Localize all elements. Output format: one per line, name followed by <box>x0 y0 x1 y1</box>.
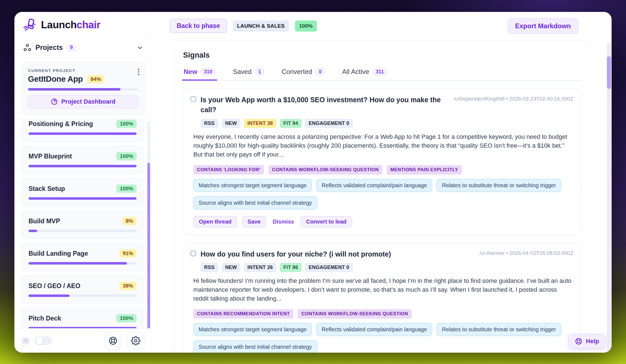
signals-tabs: New 310 Saved 1 Converted 0 All Active 3… <box>183 68 581 81</box>
match-tag: Matches strongest target segment languag… <box>193 323 312 336</box>
fit-badge: FIT 86 <box>280 263 302 272</box>
projects-count-badge: 9 <box>67 44 76 51</box>
phase-progressbar <box>29 165 137 167</box>
lifebuoy-icon <box>108 336 118 345</box>
sidebar-item-seo-geo-aeo[interactable]: SEO / GEO / AEO38% <box>21 275 144 304</box>
analysis-tag: CONTAINS WORKFLOW-SEEKING QUESTION <box>268 165 382 175</box>
sidebar-item-build-landing-page[interactable]: Build Landing Page91% <box>21 243 144 271</box>
main-scrollbar[interactable] <box>607 43 611 350</box>
source-badge: RSS <box>201 119 218 128</box>
analysis-tag: MENTIONS PAIN EXPLICITLY <box>387 165 462 175</box>
phase-progressbar <box>29 327 137 328</box>
signal-actions: Open thread Save Dismiss Convert to lead <box>193 216 573 227</box>
export-markdown-button[interactable]: Export Markdown <box>508 18 578 34</box>
launchchair-logo-icon <box>23 18 37 32</box>
sidebar-item-pitch-deck[interactable]: Pitch Deck100% <box>21 308 144 328</box>
tab-new[interactable]: New 310 <box>183 68 216 80</box>
phase-percent-badge: 100% <box>116 120 137 128</box>
sidebar-item-positioning-pricing[interactable]: Positioning & Pricing100% <box>21 119 144 142</box>
source-badge: RSS <box>201 263 218 272</box>
save-button[interactable]: Save <box>242 216 266 227</box>
project-menu-icon[interactable] <box>138 69 139 75</box>
engagement-badge: ENGAGEMENT 0 <box>305 119 353 128</box>
help-icon-button[interactable] <box>104 332 122 350</box>
help-button[interactable]: Help <box>568 334 606 349</box>
current-project-name: GetItDone App <box>28 75 83 84</box>
analysis-tag: CONTAINS WORKFLOW-SEEKING QUESTION <box>298 309 412 319</box>
intent-badge: INTENT 38 <box>244 119 276 128</box>
phase-name-badge: LAUNCH & SALES <box>233 20 289 32</box>
current-project-progressbar <box>28 88 138 91</box>
brand-header: Launchchair <box>14 12 152 38</box>
match-tag: Relates to substitute threat or switchin… <box>437 179 561 192</box>
main-topbar: Back to phase LAUNCH & SALES 100% Export… <box>152 12 612 34</box>
signal-blue-tags: Matches strongest target segment languag… <box>193 323 562 353</box>
signal-body: Hi fellow founders! I’m running into the… <box>193 276 573 303</box>
status-badge: NEW <box>222 263 241 272</box>
tab-all-active[interactable]: All Active 311 <box>342 68 388 80</box>
app-window: Launchchair Projects 9 CURRENT PROJECT G… <box>14 12 612 353</box>
sidebar-scrollbar-thumb[interactable] <box>147 163 150 328</box>
tab-converted[interactable]: Converted 0 <box>281 68 325 80</box>
match-tag: Matches strongest target segment languag… <box>193 179 312 192</box>
sidebar-item-build-mvp[interactable]: Build MVP8% <box>21 211 144 239</box>
current-project-label: CURRENT PROJECT <box>28 68 138 73</box>
phase-percent-badge: 100% <box>116 184 137 193</box>
main-scrollbar-thumb[interactable] <box>607 56 611 89</box>
signal-body: Hey everyone, I recently came across a p… <box>193 132 573 159</box>
pie-chart-icon <box>51 98 58 105</box>
signal-meta: /u/-theriver • 2026-04-02T05:08:53.000Z <box>479 249 573 256</box>
gear-icon <box>131 336 140 345</box>
match-tag: Reflects validated complaint/pain langua… <box>316 323 432 336</box>
tab-count-badge: 311 <box>373 68 387 76</box>
status-badge: NEW <box>222 119 241 128</box>
analysis-tag: CONTAINS 'LOOKING FOR' <box>193 165 264 175</box>
signal-title[interactable]: Is your Web App worth a $10,000 SEO inve… <box>201 95 449 115</box>
signal-checkbox[interactable] <box>191 96 196 102</box>
projects-nav-row[interactable]: Projects 9 <box>14 38 152 57</box>
phase-percent-badge: 38% <box>119 282 137 290</box>
tab-saved[interactable]: Saved 1 <box>232 68 265 80</box>
tab-count-badge: 1 <box>255 68 264 76</box>
phase-progressbar <box>29 132 137 135</box>
signal-meta: /u/DependentKing698 • 2026-03-23T02:40:1… <box>454 95 573 102</box>
open-thread-button[interactable]: Open thread <box>193 216 237 227</box>
sidebar-item-stack-setup[interactable]: Stack Setup100% <box>21 178 144 207</box>
signal-badges: RSS NEW INTENT 26 FIT 86 ENGAGEMENT 0 <box>201 263 573 272</box>
engagement-badge: ENGAGEMENT 0 <box>305 263 353 272</box>
phase-progressbar <box>29 197 137 200</box>
phase-progressbar <box>29 230 137 232</box>
back-to-phase-button[interactable]: Back to phase <box>170 19 227 33</box>
signal-purple-tags: CONTAINS RECOMMENDATION INTENT CONTAINS … <box>193 309 573 319</box>
settings-button[interactable] <box>127 332 145 350</box>
signals-panel: Signals New 310 Saved 1 Converted 0 All … <box>174 40 590 353</box>
phase-percent-badge: 100% <box>295 20 317 32</box>
phase-progressbar <box>29 294 137 297</box>
main-area: Back to phase LAUNCH & SALES 100% Export… <box>152 12 612 353</box>
match-tag: Relates to substitute threat or switchin… <box>437 323 561 336</box>
match-tag: Reflects validated complaint/pain langua… <box>316 179 432 192</box>
theme-toggle[interactable] <box>35 336 52 345</box>
sidebar-scrollbar[interactable] <box>147 121 150 327</box>
analysis-tag: CONTAINS RECOMMENDATION INTENT <box>193 309 293 319</box>
chevron-down-icon[interactable] <box>137 45 143 51</box>
projects-icon <box>23 43 32 52</box>
signal-title[interactable]: How do you find users for your niche? (i… <box>201 249 391 259</box>
sun-icon <box>22 337 30 345</box>
phase-list: Positioning & Pricing100% MVP Blueprint1… <box>14 119 152 328</box>
match-tag: Source aligns with best initial channel … <box>193 340 317 353</box>
fit-badge: FIT 94 <box>280 119 302 128</box>
signals-title: Signals <box>183 51 581 60</box>
sidebar-item-mvp-blueprint[interactable]: MVP Blueprint100% <box>21 146 144 174</box>
signal-checkbox[interactable] <box>191 251 196 256</box>
current-project-card: CURRENT PROJECT GetItDone App 84% Projec… <box>21 62 145 115</box>
phase-percent-badge: 100% <box>116 152 137 160</box>
current-project-section: CURRENT PROJECT GetItDone App 84% Projec… <box>14 57 152 119</box>
dismiss-link[interactable]: Dismiss <box>271 219 296 225</box>
signal-card: How do you find users for your niche? (i… <box>183 243 581 353</box>
phase-percent-badge: 91% <box>119 249 137 258</box>
match-tag: Source aligns with best initial channel … <box>193 196 317 209</box>
phase-percent-badge: 8% <box>122 217 137 225</box>
project-dashboard-button[interactable]: Project Dashboard <box>28 95 138 108</box>
convert-to-lead-button[interactable]: Convert to lead <box>301 216 352 227</box>
